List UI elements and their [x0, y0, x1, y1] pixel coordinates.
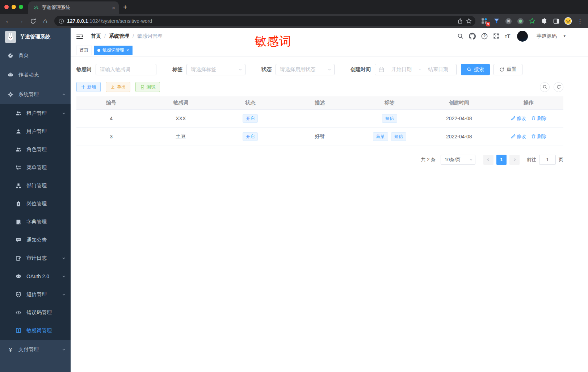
cell-description — [285, 109, 354, 128]
export-button[interactable]: 导出 — [106, 82, 130, 92]
fullscreen-icon[interactable] — [493, 33, 499, 39]
sidebar-item-部门管理[interactable]: 部门管理 — [0, 177, 71, 195]
search-icon[interactable] — [457, 33, 463, 39]
tag-close-icon[interactable]: × — [126, 48, 129, 53]
edit-link[interactable]: 修改 — [511, 133, 526, 140]
new-tab-button[interactable]: + — [123, 3, 127, 14]
cell-tags: 蔬菜短信 — [355, 128, 424, 146]
favicon-leaf-icon — [33, 5, 39, 11]
menu-fold-icon[interactable] — [76, 33, 83, 39]
user-avatar[interactable] — [517, 31, 528, 42]
home-button[interactable]: ⌂ — [40, 16, 51, 26]
status-select[interactable]: 请选择启用状态 — [276, 64, 335, 75]
profile-emoji-icon[interactable] — [564, 17, 572, 25]
record-circle-icon[interactable] — [516, 17, 524, 25]
close-window-button[interactable] — [4, 5, 9, 9]
sidebar-item-审计日志[interactable]: 审计日志 — [0, 249, 71, 267]
forward-button[interactable]: → — [15, 16, 26, 26]
column-header-描述: 描述 — [285, 96, 354, 109]
side-panel-icon[interactable] — [552, 17, 560, 25]
sidebar-item-通知公告[interactable]: 通知公告 — [0, 231, 71, 249]
browser-tab[interactable]: 芋道管理系统 × — [28, 1, 119, 14]
back-button[interactable]: ← — [3, 16, 14, 26]
sidebar-item-用户管理[interactable]: 用户管理 — [0, 122, 71, 141]
sidebar-item-角色管理[interactable]: 角色管理 — [0, 141, 71, 159]
prev-page-button[interactable] — [483, 155, 494, 165]
reload-button[interactable] — [28, 16, 38, 26]
sidebar-item-label: 字典管理 — [26, 219, 66, 225]
user-name[interactable]: 芋道源码 — [536, 33, 556, 39]
extensions-grid-icon[interactable]: 9 — [480, 17, 488, 25]
command-circle-icon[interactable]: ⌘ — [504, 17, 512, 25]
tag-select[interactable]: 请选择标签 — [186, 64, 245, 75]
cell-actions: 修改删除 — [494, 128, 563, 146]
status-badge: 开启 — [243, 114, 258, 123]
bookmark-star-icon[interactable] — [466, 18, 472, 24]
tag-view-首页[interactable]: 首页 — [76, 46, 92, 55]
edit-link[interactable]: 修改 — [511, 115, 526, 122]
page-size-select[interactable]: 10条/页 — [441, 155, 475, 165]
goto-page-input[interactable] — [539, 155, 556, 165]
cell-status: 开启 — [215, 128, 285, 146]
edit-icon — [15, 255, 22, 261]
page-1-button[interactable]: 1 — [496, 155, 507, 165]
keyword-input[interactable] — [96, 64, 156, 75]
breadcrumb-system[interactable]: 系统管理 — [109, 33, 129, 39]
sidebar-item-label: 部门管理 — [26, 183, 66, 189]
sidebar-item-label: 作者动态 — [18, 72, 66, 78]
cell-id: 4 — [76, 109, 146, 128]
page-unit-label: 页 — [559, 156, 563, 163]
caret-down-icon[interactable]: ▾ — [563, 34, 566, 38]
delete-link[interactable]: 删除 — [531, 115, 546, 122]
sidebar-item-支付管理[interactable]: ¥支付管理 — [0, 340, 71, 359]
sidebar-item-作者动态[interactable]: 作者动态 — [0, 65, 71, 85]
green-star-icon[interactable] — [528, 17, 536, 25]
sidebar-item-短信管理[interactable]: 短信管理 — [0, 285, 71, 304]
app-logo-row[interactable]: 芋道管理系统 — [0, 28, 71, 46]
goto-label: 前往 — [527, 156, 536, 163]
sidebar-item-岗位管理[interactable]: 岗位管理 — [0, 195, 71, 213]
show-search-toggle-button[interactable] — [540, 82, 550, 92]
open-book-icon — [15, 328, 22, 334]
sidebar-item-label: 角色管理 — [26, 146, 66, 153]
tab-close-icon[interactable]: × — [112, 5, 115, 11]
sidebar-item-系统管理[interactable]: 系统管理 — [0, 85, 71, 104]
reset-button[interactable]: 重置 — [494, 64, 522, 75]
help-icon[interactable]: ? — [481, 33, 488, 39]
date-range-picker[interactable]: 开始日期 - 结束日期 — [375, 64, 457, 75]
active-dot-icon — [97, 49, 100, 52]
sidebar-item-label: 通知公告 — [26, 237, 66, 243]
code-icon — [15, 310, 22, 315]
sidebar-item-敏感词管理[interactable]: 敏感词管理 — [0, 322, 71, 340]
font-size-icon[interactable]: TT — [505, 33, 510, 39]
table-row: 4XXX开启短信2022-04-08修改删除 — [76, 109, 563, 128]
chevron-down-icon — [62, 348, 66, 351]
sidebar-item-租户管理[interactable]: 租户管理 — [0, 104, 71, 122]
address-bar[interactable]: 127.0.0.1:1024/system/sensitive-word — [54, 16, 475, 26]
github-icon[interactable] — [469, 33, 476, 39]
breadcrumb-home[interactable]: 首页 — [91, 33, 101, 39]
tag-label: 标签 — [172, 66, 182, 73]
next-page-button[interactable] — [509, 155, 520, 165]
sidebar-item-菜单管理[interactable]: 菜单管理 — [0, 159, 71, 177]
sidebar-item-首页[interactable]: 首页 — [0, 46, 71, 65]
funnel-icon[interactable] — [492, 17, 500, 25]
zoom-window-button[interactable] — [19, 5, 23, 9]
sidebar-item-label: 租户管理 — [26, 110, 60, 117]
site-info-icon[interactable] — [59, 18, 64, 24]
puzzle-icon[interactable] — [540, 17, 548, 25]
cell-created: 2022-04-08 — [424, 128, 494, 146]
sidebar-item-错误码管理[interactable]: 错误码管理 — [0, 304, 71, 322]
sidebar-item-OAuth 2.0[interactable]: OAuth 2.0 — [0, 267, 71, 285]
delete-link[interactable]: 删除 — [531, 133, 546, 140]
add-button[interactable]: 新增 — [76, 82, 101, 92]
cell-description: 好呀 — [285, 128, 354, 146]
minimize-window-button[interactable] — [12, 5, 16, 9]
share-icon[interactable] — [457, 18, 463, 24]
browser-menu-dots-icon[interactable]: ⋮ — [575, 18, 584, 25]
sidebar-item-字典管理[interactable]: 字典管理 — [0, 213, 71, 231]
refresh-table-button[interactable] — [554, 82, 563, 92]
search-button[interactable]: 搜索 — [461, 64, 490, 75]
test-button[interactable]: 测试 — [135, 82, 160, 92]
tag-view-敏感词管理[interactable]: 敏感词管理× — [94, 46, 133, 55]
